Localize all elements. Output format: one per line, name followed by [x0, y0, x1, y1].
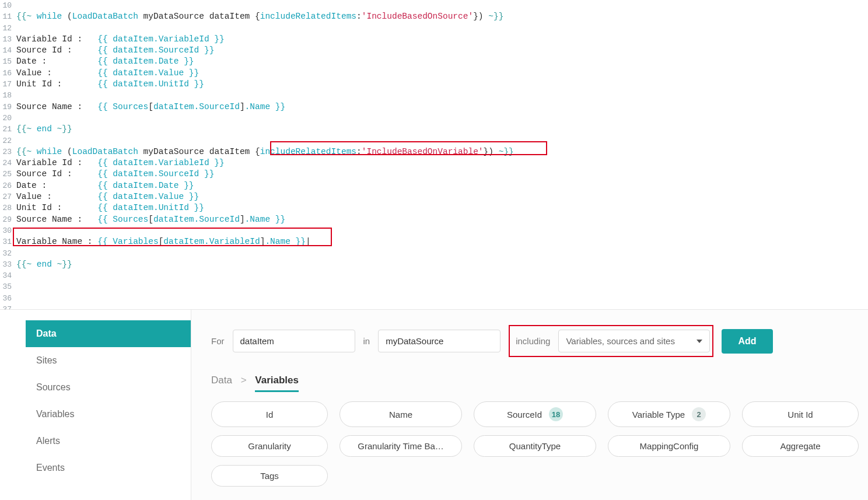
line-number: 22	[0, 135, 14, 146]
code-text[interactable]: {{~ end ~}}	[14, 124, 72, 135]
chip-label: Aggregate	[780, 441, 820, 451]
line-number: 37	[0, 304, 14, 309]
chip-label: Id	[266, 410, 274, 419]
including-label: including	[516, 336, 550, 346]
code-text[interactable]: Source Name : {{ Sources[dataItem.Source…	[14, 102, 285, 113]
line-number: 32	[0, 248, 14, 259]
code-line[interactable]: 17Unit Id : {{ dataItem.UnitId }}	[0, 79, 868, 90]
chip-name[interactable]: Name	[340, 401, 462, 427]
sidebar-item-sources[interactable]: Sources	[26, 374, 191, 401]
code-line[interactable]: 12	[0, 23, 868, 34]
code-line[interactable]: 37	[0, 304, 868, 309]
chip-label: Name	[389, 410, 412, 419]
chip-granularity-time-ba-[interactable]: Granularity Time Ba…	[340, 435, 462, 457]
code-line[interactable]: 23{{~ while (LoadDataBatch myDataSource …	[0, 146, 868, 158]
line-number: 17	[0, 79, 14, 90]
code-line[interactable]: 19Source Name : {{ Sources[dataItem.Sour…	[0, 102, 868, 113]
code-line[interactable]: 24Variable Id : {{ dataItem.VariableId }…	[0, 158, 868, 169]
chip-granularity[interactable]: Granularity	[211, 435, 328, 457]
code-text[interactable]	[14, 90, 22, 101]
sidebar-item-events[interactable]: Events	[26, 454, 191, 481]
code-text[interactable]: {{~ end ~}}	[14, 259, 72, 270]
code-line[interactable]: 28Unit Id : {{ dataItem.UnitId }}	[0, 202, 868, 214]
chip-variable-type[interactable]: Variable Type2	[608, 401, 730, 427]
add-button[interactable]: Add	[722, 329, 772, 354]
code-text[interactable]: Variable Id : {{ dataItem.VariableId }}	[14, 34, 225, 45]
line-number: 28	[0, 202, 14, 214]
code-text[interactable]	[14, 248, 22, 259]
code-line[interactable]: 30	[0, 225, 868, 236]
chip-quantitytype[interactable]: QuantityType	[474, 435, 596, 457]
code-text[interactable]: Value : {{ dataItem.Value }}	[14, 68, 199, 79]
line-number: 27	[0, 191, 14, 202]
code-text[interactable]	[14, 0, 22, 11]
code-text[interactable]: Unit Id : {{ dataItem.UnitId }}	[14, 202, 204, 214]
code-line[interactable]: 13Variable Id : {{ dataItem.VariableId }…	[0, 34, 868, 45]
code-text[interactable]: Date : {{ dataItem.Date }}	[14, 56, 194, 67]
line-number: 30	[0, 225, 14, 236]
code-text[interactable]	[14, 225, 22, 236]
chevron-down-icon	[696, 340, 702, 343]
sidebar-item-data[interactable]: Data	[26, 320, 191, 347]
line-number: 35	[0, 281, 14, 292]
in-input[interactable]	[378, 330, 501, 352]
config-panel: For in including Variables, sources and …	[191, 310, 868, 500]
code-text[interactable]	[14, 293, 22, 304]
breadcrumb-root[interactable]: Data	[211, 375, 232, 386]
code-line[interactable]: 26Date : {{ dataItem.Date }}	[0, 180, 868, 191]
code-line[interactable]: 29Source Name : {{ Sources[dataItem.Sour…	[0, 214, 868, 225]
code-line[interactable]: 35	[0, 281, 868, 292]
code-text[interactable]: Source Id : {{ dataItem.SourceId }}	[14, 169, 214, 180]
for-input[interactable]	[233, 330, 355, 352]
chip-tags[interactable]: Tags	[211, 465, 328, 487]
sidebar-item-alerts[interactable]: Alerts	[26, 428, 191, 454]
code-line[interactable]: 20	[0, 113, 868, 124]
sidebar-item-sites[interactable]: Sites	[26, 347, 191, 374]
chip-aggregate[interactable]: Aggregate	[742, 435, 859, 457]
code-text[interactable]	[14, 23, 22, 34]
code-text[interactable]	[14, 304, 22, 309]
sidebar: DataSitesSourcesVariablesAlertsEvents	[0, 310, 191, 500]
code-line[interactable]: 11{{~ while (LoadDataBatch myDataSource …	[0, 11, 868, 22]
line-number: 18	[0, 90, 14, 101]
bottom-panel: DataSitesSourcesVariablesAlertsEvents Fo…	[0, 309, 868, 500]
code-text[interactable]	[14, 281, 22, 292]
code-text[interactable]	[14, 135, 22, 146]
code-line[interactable]: 33{{~ end ~}}	[0, 259, 868, 270]
code-text[interactable]: {{~ while (LoadDataBatch myDataSource da…	[14, 11, 503, 22]
chip-unit-id[interactable]: Unit Id	[742, 401, 859, 427]
chip-mappingconfig[interactable]: MappingConfig	[608, 435, 730, 457]
code-line[interactable]: 34	[0, 270, 868, 281]
code-editor[interactable]: 10 11{{~ while (LoadDataBatch myDataSour…	[0, 0, 868, 309]
code-line[interactable]: 14Source Id : {{ dataItem.SourceId }}	[0, 45, 868, 56]
code-line[interactable]: 15Date : {{ dataItem.Date }}	[0, 56, 868, 67]
code-line[interactable]: 31Variable Name : {{ Variables[dataItem.…	[0, 236, 868, 247]
code-text[interactable]: {{~ while (LoadDataBatch myDataSource da…	[14, 146, 514, 158]
code-text[interactable]: Variable Name : {{ Variables[dataItem.Va…	[14, 236, 311, 247]
code-line[interactable]: 32	[0, 248, 868, 259]
code-line[interactable]: 27Value : {{ dataItem.Value }}	[0, 191, 868, 202]
chip-id[interactable]: Id	[211, 401, 328, 427]
code-line[interactable]: 18	[0, 90, 868, 101]
code-text[interactable]: Variable Id : {{ dataItem.VariableId }}	[14, 158, 225, 169]
code-line[interactable]: 10	[0, 0, 868, 11]
line-number: 26	[0, 180, 14, 191]
code-line[interactable]: 16Value : {{ dataItem.Value }}	[0, 68, 868, 79]
code-text[interactable]: Unit Id : {{ dataItem.UnitId }}	[14, 79, 204, 90]
chip-sourceid[interactable]: SourceId18	[474, 401, 596, 427]
code-line[interactable]: 36	[0, 293, 868, 304]
code-line[interactable]: 22	[0, 135, 868, 146]
code-line[interactable]: 25Source Id : {{ dataItem.SourceId }}	[0, 169, 868, 180]
code-text[interactable]: Source Id : {{ dataItem.SourceId }}	[14, 45, 214, 56]
sidebar-item-variables[interactable]: Variables	[26, 401, 191, 428]
code-line[interactable]: 21{{~ end ~}}	[0, 124, 868, 135]
code-text[interactable]: Date : {{ dataItem.Date }}	[14, 180, 194, 191]
line-number: 21	[0, 124, 14, 135]
line-number: 16	[0, 68, 14, 79]
including-dropdown[interactable]: Variables, sources and sites	[558, 330, 710, 352]
code-text[interactable]: Value : {{ dataItem.Value }}	[14, 191, 199, 202]
line-number: 24	[0, 158, 14, 169]
code-text[interactable]	[14, 270, 22, 281]
code-text[interactable]: Source Name : {{ Sources[dataItem.Source…	[14, 214, 285, 225]
code-text[interactable]	[14, 113, 22, 124]
